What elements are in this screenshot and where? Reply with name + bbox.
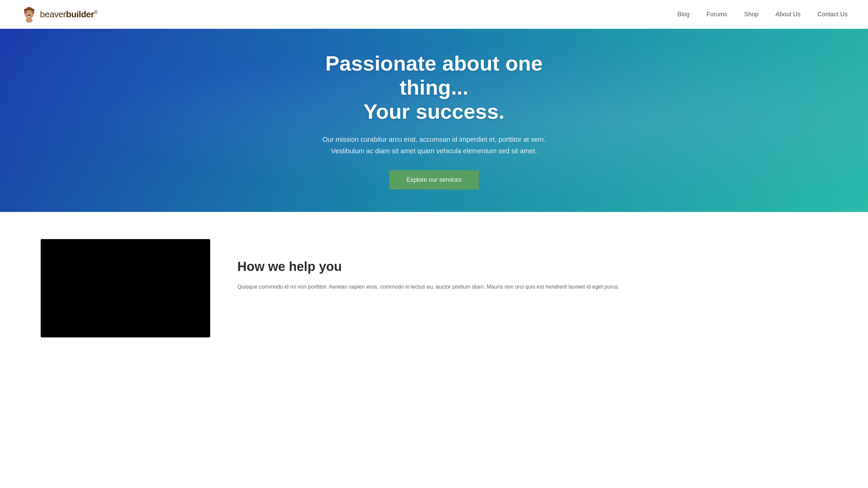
site-header: beaverbuilder® Blog Forums Shop About Us… (0, 0, 868, 29)
main-nav: Blog Forums Shop About Us Contact Us (677, 11, 848, 18)
nav-forums[interactable]: Forums (707, 11, 727, 18)
below-hero-section: How we help you Quisque commodo id mi no… (0, 212, 868, 365)
section-title: How we help you (237, 259, 827, 274)
svg-point-5 (32, 11, 34, 14)
logo-text: beaverbuilder® (40, 9, 98, 20)
team-photo (41, 239, 210, 337)
svg-rect-43 (41, 239, 210, 337)
svg-point-11 (28, 15, 30, 16)
svg-point-9 (31, 13, 32, 14)
nav-contact[interactable]: Contact Us (817, 11, 848, 18)
below-hero-text: How we help you Quisque commodo id mi no… (237, 239, 827, 291)
nav-blog[interactable]: Blog (677, 11, 690, 18)
svg-point-8 (27, 13, 28, 14)
logo[interactable]: beaverbuilder® (20, 5, 98, 23)
hero-content: Passionate about one thing... Your succe… (281, 51, 587, 190)
team-photo-svg (41, 239, 210, 337)
beaver-icon (20, 5, 38, 23)
nav-about[interactable]: About Us (775, 11, 801, 18)
hero-title: Passionate about one thing... Your succe… (295, 51, 573, 124)
nav-shop[interactable]: Shop (744, 11, 758, 18)
svg-point-4 (24, 11, 27, 14)
hero-subtitle: Our mission curabitur arcu erat, accumsa… (295, 134, 573, 157)
section-body: Quisque commodo id mi non porttitor. Aen… (237, 282, 827, 291)
hero-section: Passionate about one thing... Your succe… (0, 29, 868, 212)
svg-point-14 (26, 18, 33, 23)
hero-cta-button[interactable]: Explore our services (389, 170, 478, 190)
